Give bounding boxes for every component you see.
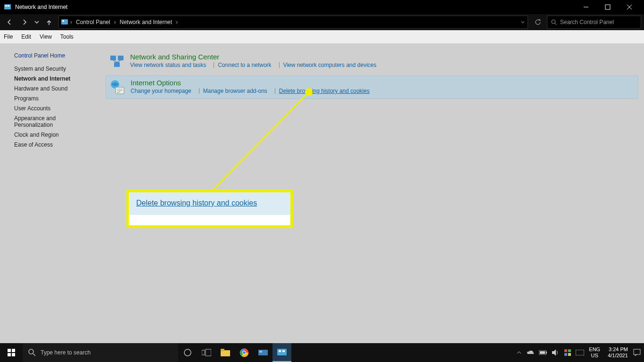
refresh-button[interactable] [531, 16, 545, 29]
svg-rect-30 [206, 349, 211, 356]
svg-rect-50 [576, 350, 584, 355]
svg-rect-41 [282, 350, 285, 352]
svg-rect-0 [4, 4, 11, 9]
svg-line-27 [33, 354, 35, 356]
menu-file[interactable]: File [4, 33, 13, 40]
link-connect-network[interactable]: Connect to a network [218, 62, 275, 68]
svg-line-15 [113, 60, 117, 62]
svg-rect-43 [546, 352, 547, 354]
clock-time: 3:24 PM [609, 346, 628, 353]
titlebar: Network and Internet [0, 0, 644, 14]
sidebar-item-clock-region[interactable]: Clock and Region [14, 132, 91, 138]
sidebar-item-programs[interactable]: Programs [14, 95, 91, 102]
sidebar-item-ease-of-access[interactable]: Ease of Access [14, 141, 91, 148]
control-panel-icon [61, 18, 68, 26]
category-internet-options: Internet Options Change your homepage Ma… [106, 75, 638, 99]
annotation-callout: Delete browsing history and cookies [126, 189, 293, 228]
control-panel-icon [4, 3, 11, 11]
svg-rect-9 [62, 20, 64, 22]
breadcrumb-current[interactable]: Network and Internet [118, 18, 174, 26]
svg-rect-14 [114, 62, 120, 67]
svg-rect-1 [5, 5, 7, 7]
lang-secondary: US [591, 353, 598, 359]
svg-rect-40 [279, 350, 281, 352]
svg-point-28 [184, 349, 191, 356]
network-sharing-icon [108, 53, 125, 70]
onedrive-icon[interactable] [527, 350, 534, 355]
svg-rect-49 [568, 353, 571, 356]
svg-rect-8 [61, 19, 68, 25]
app-icon[interactable] [254, 343, 272, 362]
control-panel-window: Network and Internet › Control Panel › N… [0, 0, 644, 343]
menu-tools[interactable]: Tools [60, 33, 74, 40]
search-placeholder: Search Control Panel [560, 19, 614, 25]
category-network-sharing: Network and Sharing Center View network … [106, 50, 638, 73]
svg-point-36 [243, 351, 246, 354]
link-change-homepage[interactable]: Change your homepage [131, 88, 195, 94]
chevron-right-icon: › [114, 19, 116, 25]
taskbar-search-placeholder: Type here to search [41, 349, 91, 356]
search-icon [551, 19, 557, 25]
system-tray [516, 349, 584, 356]
file-explorer-icon[interactable] [216, 343, 235, 362]
internet-options-icon [109, 79, 126, 96]
svg-rect-23 [12, 349, 15, 352]
window-title: Network and Internet [15, 4, 67, 10]
minimize-button[interactable] [575, 0, 597, 14]
chevron-right-icon: › [70, 19, 72, 25]
task-view-icon[interactable] [197, 343, 216, 362]
annotation-label: Delete browsing history and cookies [129, 192, 290, 215]
recent-locations-button[interactable] [33, 16, 41, 29]
svg-marker-45 [552, 349, 556, 356]
sidebar-item-hardware-sound[interactable]: Hardware and Sound [14, 85, 91, 92]
content-area: Control Panel Home System and Security N… [0, 43, 644, 343]
link-view-network-status[interactable]: View network status and tasks [130, 62, 210, 68]
breadcrumb-root[interactable]: Control Panel [74, 18, 112, 26]
link-view-computers[interactable]: View network computers and devices [283, 62, 380, 68]
close-button[interactable] [619, 0, 640, 14]
start-button[interactable] [0, 343, 23, 362]
svg-rect-12 [110, 56, 116, 60]
sidebar-item-network-internet[interactable]: Network and Internet [14, 75, 91, 82]
chrome-icon[interactable] [235, 343, 254, 362]
svg-rect-48 [564, 353, 567, 356]
category-title[interactable]: Internet Options [131, 79, 373, 87]
taskbar-search[interactable]: Type here to search [23, 343, 178, 362]
back-button[interactable] [3, 16, 16, 29]
breadcrumb[interactable]: › Control Panel › Network and Internet › [58, 16, 528, 29]
sidebar: Control Panel Home System and Security N… [0, 43, 100, 343]
tray-chevron-icon[interactable] [516, 350, 522, 355]
svg-rect-47 [568, 349, 571, 352]
clock[interactable]: 3:24 PM 4/1/2021 [608, 346, 628, 359]
volume-icon[interactable] [552, 349, 560, 356]
svg-rect-32 [221, 349, 224, 351]
language-indicator[interactable]: ENG US [589, 346, 600, 359]
annotation-leader-line [209, 92, 310, 194]
notifications-icon[interactable] [633, 348, 641, 357]
menu-view[interactable]: View [40, 33, 52, 40]
cortana-icon[interactable] [178, 343, 197, 362]
chevron-down-icon[interactable] [520, 19, 526, 25]
sidebar-item-system-security[interactable]: System and Security [14, 66, 91, 72]
menu-edit[interactable]: Edit [21, 33, 31, 40]
svg-rect-13 [118, 56, 124, 60]
separator [199, 88, 199, 94]
sidebar-item-user-accounts[interactable]: User Accounts [14, 105, 91, 112]
address-bar: › Control Panel › Network and Internet ›… [0, 14, 644, 30]
control-panel-home-link[interactable]: Control Panel Home [14, 52, 91, 59]
svg-rect-38 [259, 351, 262, 353]
category-title[interactable]: Network and Sharing Center [130, 53, 380, 61]
svg-line-16 [117, 60, 121, 62]
battery-icon[interactable] [539, 350, 547, 355]
svg-point-10 [552, 20, 555, 24]
forward-button[interactable] [18, 16, 31, 29]
svg-rect-2 [8, 5, 9, 7]
up-button[interactable] [42, 16, 56, 29]
sidebar-item-appearance[interactable]: Appearance and Personalization [14, 115, 71, 128]
control-panel-taskbar-icon[interactable] [272, 343, 291, 362]
svg-point-26 [29, 349, 33, 354]
maximize-button[interactable] [597, 0, 619, 14]
search-input[interactable]: Search Control Panel [547, 16, 641, 29]
security-icon[interactable] [564, 349, 571, 356]
keyboard-icon[interactable] [576, 350, 584, 355]
